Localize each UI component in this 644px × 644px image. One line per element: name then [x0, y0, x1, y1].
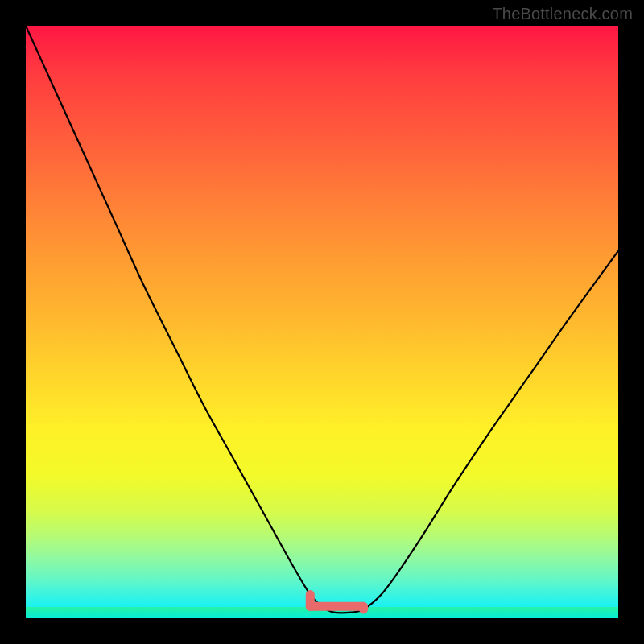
optimal-marker [310, 595, 363, 609]
curve-layer [26, 26, 618, 618]
plot-area [26, 26, 618, 618]
bottleneck-curve [26, 26, 618, 613]
chart-frame: TheBottleneck.com [0, 0, 644, 644]
watermark-text: TheBottleneck.com [492, 5, 633, 23]
